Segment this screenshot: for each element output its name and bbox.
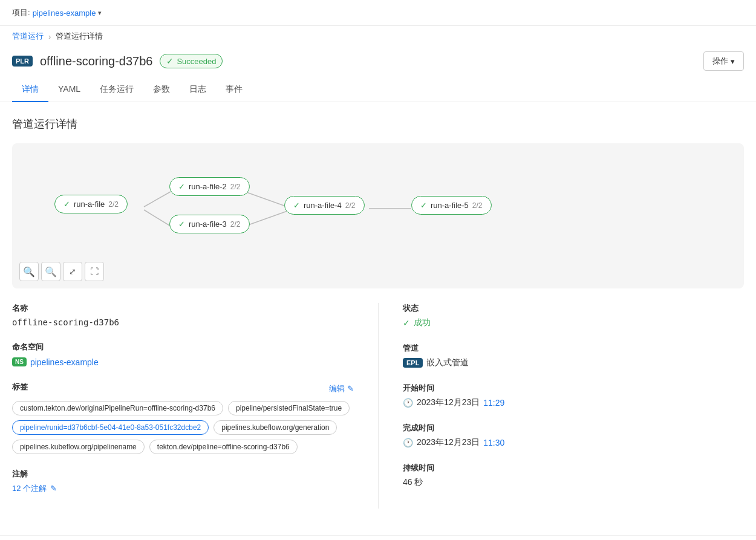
edit-icon: ✎ (347, 384, 354, 393)
epl-badge: EPL (403, 358, 423, 368)
node-count-3: 2/2 (230, 220, 241, 229)
node-count-2: 2/2 (230, 183, 241, 191)
node-run-a-file-2[interactable]: ✓ run-a-file-2 2/2 (169, 177, 250, 196)
name-field: 名称 offline-scoring-d37b6 (12, 303, 354, 327)
detail-right: 状态 ✓ 成功 管道 EPL 嵌入式管道 开始时间 🕐 2023年12月23日 (378, 303, 744, 509)
footer: CSDN @dawnsky.liu (0, 535, 756, 541)
graph-connectors (24, 161, 732, 258)
tab-task-runs[interactable]: 任务运行 (90, 78, 143, 102)
breadcrumb-current: 管道运行详情 (56, 31, 103, 42)
node-run-a-file-3[interactable]: ✓ run-a-file-3 2/2 (169, 215, 250, 233)
pipeline-value: EPL 嵌入式管道 (403, 357, 744, 368)
page-title: offline-scoring-d37b6 (40, 54, 152, 68)
plr-badge: PLR (12, 56, 33, 67)
zoom-out-icon: 🔍 (45, 266, 57, 278)
tags-container: custom.tekton.dev/originalPipelineRun=of… (12, 401, 354, 454)
status-check-icon: ✓ (166, 56, 174, 66)
start-time-value: 🕐 2023年12月23日 11:29 (403, 397, 744, 408)
page-header: PLR offline-scoring-d37b6 ✓ Succeeded 操作… (0, 47, 756, 78)
pipeline-graph: ✓ run-a-file 2/2 ✓ run-a-file-2 2/2 ✓ ru… (12, 143, 744, 288)
tag-item-highlighted[interactable]: pipeline/runid=d37b6cbf-5e04-41e0-8a53-0… (12, 420, 209, 435)
name-label: 名称 (12, 303, 354, 314)
tags-header: 标签 编辑 ✎ (12, 382, 354, 396)
namespace-field: 命名空间 NS pipelines-example (12, 342, 354, 367)
edit-tags-button[interactable]: 编辑 ✎ (329, 383, 354, 394)
tag-item[interactable]: custom.tekton.dev/originalPipelineRun=of… (12, 401, 223, 415)
fullscreen-icon: ⛶ (90, 267, 99, 276)
tab-details[interactable]: 详情 (12, 78, 48, 102)
tab-params[interactable]: 参数 (143, 78, 180, 102)
node-count-1: 2/2 (108, 200, 119, 209)
tab-yaml[interactable]: YAML (48, 78, 90, 102)
tags-label: 标签 (12, 382, 28, 392)
duration-label: 持续时间 (403, 463, 744, 473)
notes-label: 注解 (12, 469, 354, 480)
project-dropdown-icon[interactable]: ▾ (98, 9, 102, 17)
duration-field: 持续时间 46 秒 (403, 463, 744, 488)
end-time-icon: 🕐 (403, 438, 413, 447)
pipeline-name: 嵌入式管道 (426, 357, 469, 368)
status-field: 状态 ✓ 成功 (403, 303, 744, 328)
node-count-5: 2/2 (472, 201, 483, 210)
node-name-3: run-a-file-3 (189, 220, 227, 229)
section-title: 管道运行详情 (12, 117, 744, 131)
start-time-icon: 🕐 (403, 398, 413, 408)
ns-icon: NS (12, 357, 27, 366)
name-value: offline-scoring-d37b6 (12, 317, 354, 327)
start-label: 开始时间 (403, 383, 744, 394)
svg-line-0 (144, 192, 171, 207)
node-run-a-file[interactable]: ✓ run-a-file 2/2 (54, 195, 128, 213)
node-run-a-file-5[interactable]: ✓ run-a-file-5 2/2 (411, 196, 492, 215)
tab-logs[interactable]: 日志 (180, 78, 216, 102)
notes-edit-icon[interactable]: ✎ (50, 484, 57, 493)
breadcrumb-separator: › (48, 32, 51, 41)
namespace-value: NS pipelines-example (12, 357, 99, 367)
namespace-label: 命名空间 (12, 342, 354, 353)
node-check-5: ✓ (420, 201, 427, 210)
tag-item[interactable]: pipelines.kubeflow.org/pipelinename (12, 440, 145, 454)
graph-controls: 🔍 🔍 ⤢ ⛶ (19, 262, 104, 281)
namespace-link[interactable]: pipelines-example (30, 357, 99, 367)
status-value: ✓ 成功 (403, 317, 744, 328)
edit-label: 编辑 (329, 383, 345, 394)
node-check-3: ✓ (178, 220, 185, 229)
node-name-1: run-a-file (74, 200, 105, 209)
detail-left: 名称 offline-scoring-d37b6 命名空间 NS pipelin… (12, 303, 378, 509)
graph-area: ✓ run-a-file 2/2 ✓ run-a-file-2 2/2 ✓ ru… (24, 161, 732, 258)
status-badge: ✓ Succeeded (160, 54, 223, 68)
status-label: 状态 (403, 303, 744, 314)
node-name-5: run-a-file-5 (431, 201, 469, 210)
tag-item[interactable]: pipeline/persistedFinalState=true (228, 401, 350, 415)
actions-label: 操作 (712, 56, 728, 67)
start-date: 2023年12月23日 (417, 397, 480, 408)
node-run-a-file-4[interactable]: ✓ run-a-file-4 2/2 (284, 196, 365, 215)
main-content: 管道运行详情 ✓ run-a-file 2/2 (0, 102, 756, 523)
page-header-left: PLR offline-scoring-d37b6 ✓ Succeeded (12, 54, 223, 68)
project-label: 项目: (12, 7, 30, 18)
tag-item[interactable]: pipelines.kubeflow.org/generation (213, 420, 337, 435)
actions-button[interactable]: 操作 ▾ (703, 51, 744, 71)
actions-dropdown-icon: ▾ (731, 57, 735, 66)
tabs-bar: 详情 YAML 任务运行 参数 日志 事件 (0, 78, 756, 102)
pipeline-field: 管道 EPL 嵌入式管道 (403, 343, 744, 368)
status-success-text: 成功 (414, 317, 431, 328)
zoom-out-button[interactable]: 🔍 (41, 262, 60, 281)
project-name[interactable]: pipelines-example (33, 8, 96, 18)
node-name-2: run-a-file-2 (189, 182, 227, 191)
svg-line-1 (144, 210, 171, 226)
breadcrumb-parent[interactable]: 管道运行 (12, 31, 44, 42)
tab-events[interactable]: 事件 (216, 78, 252, 102)
zoom-in-button[interactable]: 🔍 (19, 262, 39, 281)
fullscreen-button[interactable]: ⛶ (85, 262, 104, 281)
notes-field: 注解 12 个注解 ✎ (12, 469, 354, 494)
status-success-icon: ✓ (403, 318, 410, 328)
node-check-2: ✓ (178, 182, 185, 191)
node-count-4: 2/2 (345, 201, 356, 210)
tag-item[interactable]: tekton.dev/pipeline=offline-scoring-d37b… (149, 440, 298, 454)
fit-button[interactable]: ⤢ (63, 262, 82, 281)
tags-field: 标签 编辑 ✎ custom.tekton.dev/originalPipeli… (12, 382, 354, 454)
status-text: Succeeded (177, 57, 216, 66)
breadcrumb: 管道运行 › 管道运行详情 (0, 26, 756, 47)
start-time-field: 开始时间 🕐 2023年12月23日 11:29 (403, 383, 744, 408)
notes-count-link[interactable]: 12 个注解 (12, 483, 47, 494)
